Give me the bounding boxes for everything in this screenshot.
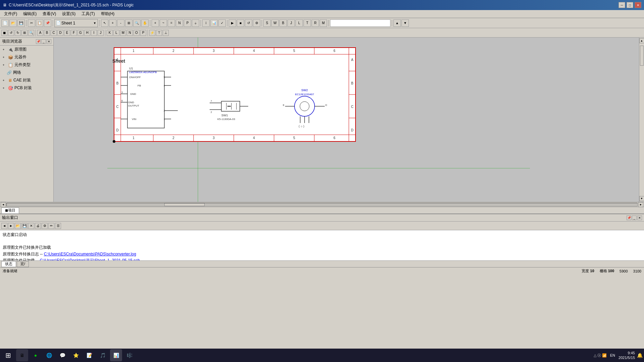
- refresh-button[interactable]: ↺: [245, 19, 252, 27]
- output-link-2[interactable]: C:\Users\ESCra\Desktop\演示\Sheet_1_2021-0…: [40, 258, 140, 260]
- output-link-1[interactable]: C:\Users\ESCra\Documents\PADS\schconvert…: [44, 252, 136, 256]
- search-combo[interactable]: [330, 19, 390, 27]
- tb2-btn6[interactable]: A: [37, 30, 43, 36]
- out-open-btn[interactable]: 📂: [15, 223, 21, 229]
- sidebar-item-cae[interactable]: + 🖥 CAE 封装: [0, 76, 53, 84]
- tb2-btn19[interactable]: N: [127, 30, 133, 36]
- out-back-btn[interactable]: ◄: [1, 223, 7, 229]
- tb2-btn23[interactable]: ⊤: [156, 30, 162, 36]
- select-button[interactable]: ↖: [101, 19, 108, 27]
- nav-up-button[interactable]: ▲: [393, 19, 401, 27]
- add-net-button[interactable]: N: [176, 19, 183, 27]
- output-pin-button[interactable]: 📌: [627, 216, 631, 220]
- taskbar-app-9[interactable]: 🎼: [123, 349, 136, 361]
- sidebar-close-button[interactable]: ✕: [47, 39, 51, 44]
- horizontal-scrollbar[interactable]: ◄ ►: [0, 202, 644, 207]
- tab-project[interactable]: ◼ 项目: [1, 207, 19, 214]
- scroll-up-button[interactable]: ▲: [639, 38, 644, 43]
- add-gnd-button[interactable]: ⏚: [192, 19, 199, 27]
- add-wire-button[interactable]: ~: [160, 19, 167, 27]
- tb2-btn13[interactable]: H: [84, 30, 90, 36]
- add-bus-button[interactable]: =: [168, 19, 175, 27]
- nav-down-button[interactable]: ▼: [401, 19, 409, 27]
- output-minimize-button[interactable]: _: [632, 216, 637, 220]
- report-button[interactable]: 📊: [210, 19, 218, 27]
- tb2-btn17[interactable]: L: [113, 30, 119, 36]
- sch-tool1[interactable]: S: [263, 19, 271, 27]
- out-settings-btn[interactable]: ⚙: [42, 223, 48, 229]
- tb2-btn20[interactable]: O: [133, 30, 140, 36]
- tb2-btn4[interactable]: ⊞: [21, 30, 28, 36]
- sch-tool2[interactable]: W: [271, 19, 279, 27]
- sch-tool3[interactable]: B: [279, 19, 287, 27]
- run-button[interactable]: ▶: [229, 19, 236, 27]
- out-fwd-btn[interactable]: ►: [8, 223, 14, 229]
- pan-button[interactable]: ✋: [141, 19, 149, 27]
- settings-button2[interactable]: ⚙: [253, 19, 260, 27]
- menu-settings[interactable]: 设置(S): [59, 10, 78, 17]
- sidebar-minimize-button[interactable]: _: [41, 39, 46, 44]
- copy-button[interactable]: 📋: [36, 19, 43, 27]
- tb2-btn3[interactable]: ↻: [15, 30, 21, 36]
- tb2-btn15[interactable]: J: [98, 30, 104, 36]
- canvas-area[interactable]: ▲ ▼ 1 2 3 4 5: [54, 38, 644, 202]
- close-button[interactable]: ✕: [635, 2, 641, 8]
- add-power-button[interactable]: P: [184, 19, 191, 27]
- taskbar-app-2[interactable]: ●: [30, 349, 42, 361]
- sch-tool4[interactable]: J: [287, 19, 295, 27]
- tb2-btn10[interactable]: E: [64, 30, 70, 36]
- vscroll-thumb[interactable]: [640, 46, 644, 66]
- sidebar-item-pcb[interactable]: + 🎯 PCB 封装: [0, 84, 53, 92]
- out-save-btn[interactable]: 💾: [21, 223, 28, 229]
- add-comp-button[interactable]: +: [152, 19, 159, 27]
- menu-edit[interactable]: 编辑(E): [20, 10, 39, 17]
- menu-tools[interactable]: 工具(T): [79, 10, 97, 17]
- sidebar-item-nets[interactable]: 🔗 网络: [0, 69, 53, 76]
- tb2-btn22[interactable]: ⚡: [149, 30, 155, 36]
- sheet-dropdown-arrow[interactable]: ▼: [93, 21, 96, 25]
- cut-button[interactable]: ✂: [28, 19, 35, 27]
- sidebar-item-component-types[interactable]: + 📋 元件类型: [0, 61, 53, 69]
- tb2-btn24[interactable]: ⊥: [163, 30, 169, 36]
- out-edit-btn[interactable]: ✏: [48, 223, 54, 229]
- taskbar-app-chat[interactable]: 💬: [56, 349, 68, 361]
- new-button[interactable]: 📄: [1, 19, 9, 27]
- tb2-btn11[interactable]: F: [71, 30, 77, 36]
- menu-file[interactable]: 文件(F): [1, 10, 20, 17]
- taskbar-app-5[interactable]: ⭐: [70, 349, 82, 361]
- taskbar-app-browser[interactable]: 🌐: [43, 349, 55, 361]
- tb2-btn5[interactable]: 🔍: [28, 30, 34, 36]
- hscroll-thumb[interactable]: [164, 203, 205, 206]
- tb2-btn16[interactable]: K: [107, 30, 113, 36]
- save-button[interactable]: 💾: [17, 19, 25, 27]
- maximize-button[interactable]: □: [627, 2, 633, 8]
- notifications-icon[interactable]: 🔔: [637, 353, 643, 358]
- output-close-button[interactable]: ✕: [637, 216, 642, 220]
- tb2-btn18[interactable]: M: [120, 30, 126, 36]
- tb2-btn21[interactable]: P: [140, 30, 146, 36]
- taskbar-app-notes[interactable]: 📝: [83, 349, 95, 361]
- tb2-btn7[interactable]: B: [44, 30, 50, 36]
- output-tab-status[interactable]: 状态: [1, 261, 16, 267]
- paste-button[interactable]: 📌: [44, 19, 51, 27]
- minimize-button[interactable]: ─: [619, 2, 625, 8]
- out-list-btn[interactable]: ☰: [55, 223, 61, 229]
- output-tab-macro[interactable]: 宏/: [17, 261, 29, 267]
- stop-button[interactable]: ■: [237, 19, 244, 27]
- sch-tool5[interactable]: L: [296, 19, 303, 27]
- tb2-btn14[interactable]: I: [91, 30, 97, 36]
- sch-tool7[interactable]: R: [312, 19, 319, 27]
- taskbar-app-pads[interactable]: 📊: [110, 349, 122, 361]
- start-button[interactable]: ⊞: [1, 349, 15, 361]
- hscroll-track[interactable]: [6, 203, 638, 206]
- sidebar-item-components[interactable]: + 📦 元器件: [0, 53, 53, 61]
- scroll-right-button[interactable]: ►: [638, 202, 643, 207]
- verify-button[interactable]: ✓: [218, 19, 226, 27]
- sidebar-pin-button[interactable]: 📌: [36, 39, 41, 44]
- sch-tool6[interactable]: T: [304, 19, 311, 27]
- tb2-btn9[interactable]: D: [57, 30, 63, 36]
- tb2-btn8[interactable]: C: [51, 30, 57, 36]
- zoom-in-button[interactable]: +: [109, 19, 116, 27]
- properties-button[interactable]: i: [202, 19, 210, 27]
- zoom-out-button[interactable]: -: [117, 19, 124, 27]
